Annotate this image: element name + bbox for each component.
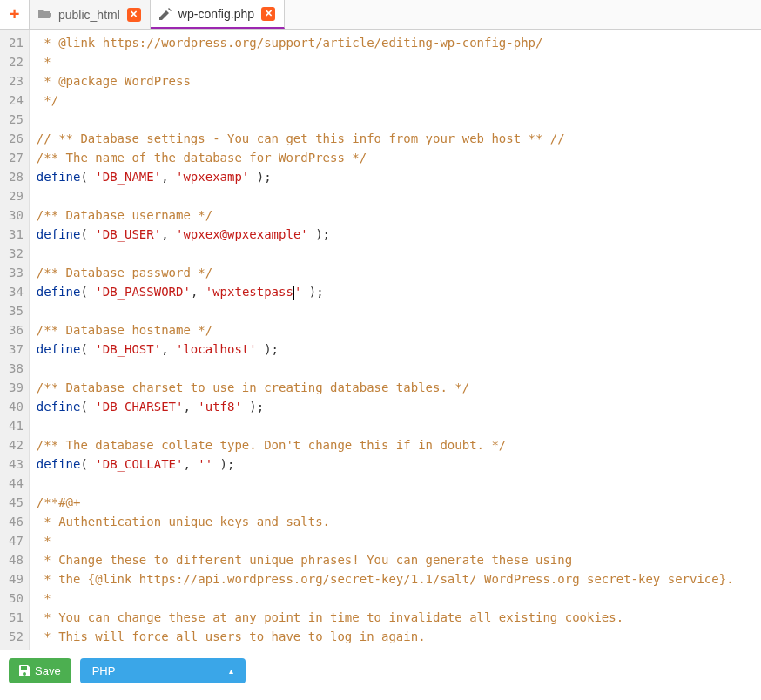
editor-footer: Save PHP ▴ [0, 650, 761, 692]
code-line[interactable]: /** Database password */ [37, 263, 754, 282]
code-line[interactable] [37, 186, 754, 205]
line-number: 44 [9, 474, 24, 493]
tab-label: wp-config.php [178, 7, 254, 21]
code-line[interactable]: /** Database username */ [37, 205, 754, 225]
line-number: 32 [9, 244, 24, 263]
close-icon[interactable]: ✕ [261, 7, 275, 21]
line-number: 50 [9, 589, 24, 608]
line-number: 22 [9, 52, 24, 71]
tab-label: public_html [58, 8, 120, 22]
code-line[interactable]: /** Database charset to use in creating … [37, 378, 754, 397]
folder-open-icon [38, 9, 51, 20]
language-select[interactable]: PHP ▴ [80, 658, 246, 683]
line-number: 36 [9, 320, 24, 340]
line-number: 45 [9, 493, 24, 512]
code-editor[interactable]: 2122232425262728293031323334353637383940… [0, 30, 761, 650]
line-gutter: 2122232425262728293031323334353637383940… [0, 30, 30, 650]
save-icon [19, 665, 30, 676]
line-number: 49 [9, 569, 24, 589]
code-line[interactable]: * [37, 589, 754, 608]
code-line[interactable]: * @link https://wordpress.org/support/ar… [37, 33, 754, 52]
code-line[interactable] [37, 416, 754, 435]
line-number: 38 [9, 359, 24, 378]
language-label: PHP [92, 664, 116, 677]
code-line[interactable]: * This will force all users to have to l… [37, 627, 754, 646]
line-number: 40 [9, 397, 24, 416]
save-button[interactable]: Save [9, 658, 71, 683]
line-number: 37 [9, 340, 24, 359]
line-number: 30 [9, 205, 24, 225]
line-number: 41 [9, 416, 24, 435]
tab-bar: + public_html ✕ wp-config.php ✕ [0, 0, 761, 30]
code-line[interactable]: * Authentication unique keys and salts. [37, 512, 754, 531]
line-number: 34 [9, 282, 24, 301]
line-number: 29 [9, 186, 24, 205]
code-line[interactable]: /** The database collate type. Don't cha… [37, 435, 754, 454]
tab-wp-config[interactable]: wp-config.php ✕ [151, 0, 285, 29]
code-line[interactable]: define( 'DB_NAME', 'wpxexamp' ); [37, 167, 754, 186]
tab-public-html[interactable]: public_html ✕ [30, 0, 151, 29]
code-line[interactable] [37, 244, 754, 263]
line-number: 27 [9, 148, 24, 167]
line-number: 43 [9, 454, 24, 474]
code-line[interactable] [37, 301, 754, 320]
code-line[interactable] [37, 474, 754, 493]
line-number: 25 [9, 110, 24, 129]
code-line[interactable]: define( 'DB_USER', 'wpxex@wpxexample' ); [37, 225, 754, 244]
line-number: 47 [9, 531, 24, 550]
code-line[interactable]: * @package WordPress [37, 71, 754, 91]
line-number: 21 [9, 33, 24, 52]
line-number: 31 [9, 225, 24, 244]
code-line[interactable]: /** Database hostname */ [37, 320, 754, 340]
line-number: 48 [9, 550, 24, 569]
code-line[interactable]: * [37, 531, 754, 550]
code-line[interactable]: * Change these to different unique phras… [37, 550, 754, 569]
line-number: 26 [9, 129, 24, 148]
code-line[interactable]: define( 'DB_PASSWORD', 'wpxtestpass' ); [37, 282, 754, 301]
code-line[interactable] [37, 359, 754, 378]
code-line[interactable]: define( 'DB_CHARSET', 'utf8' ); [37, 397, 754, 416]
new-tab-button[interactable]: + [0, 0, 30, 29]
save-label: Save [35, 664, 61, 677]
code-line[interactable]: define( 'DB_HOST', 'localhost' ); [37, 340, 754, 359]
code-line[interactable]: * [37, 52, 754, 71]
line-number: 23 [9, 71, 24, 91]
close-icon[interactable]: ✕ [127, 8, 141, 22]
line-number: 46 [9, 512, 24, 531]
code-line[interactable]: */ [37, 91, 754, 110]
code-line[interactable]: /**#@+ [37, 493, 754, 512]
line-number: 28 [9, 167, 24, 186]
edit-icon [159, 8, 172, 20]
line-number: 51 [9, 608, 24, 627]
line-number: 24 [9, 91, 24, 110]
line-number: 35 [9, 301, 24, 320]
line-number: 33 [9, 263, 24, 282]
code-line[interactable]: * You can change these at any point in t… [37, 608, 754, 627]
code-area[interactable]: * @link https://wordpress.org/support/ar… [30, 30, 761, 650]
code-line[interactable]: * the {@link https://api.wordpress.org/s… [37, 569, 754, 589]
line-number: 42 [9, 435, 24, 454]
line-number: 52 [9, 627, 24, 646]
code-line[interactable] [37, 110, 754, 129]
caret-up-icon: ▴ [229, 666, 233, 676]
code-line[interactable]: define( 'DB_COLLATE', '' ); [37, 454, 754, 474]
code-line[interactable]: /** The name of the database for WordPre… [37, 148, 754, 167]
code-line[interactable]: // ** Database settings - You can get th… [37, 129, 754, 148]
line-number: 39 [9, 378, 24, 397]
